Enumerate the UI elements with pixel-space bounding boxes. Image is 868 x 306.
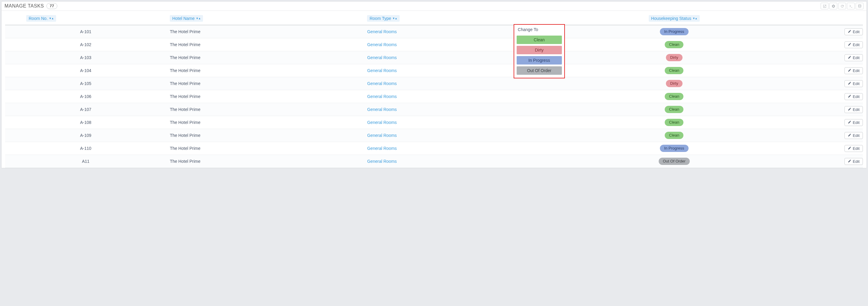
col-header-hotel[interactable]: Hotel Name ▼▲ bbox=[170, 15, 203, 22]
database-icon[interactable] bbox=[856, 3, 864, 9]
edit-button[interactable]: Edit bbox=[844, 119, 863, 126]
change-status-popup: Change To Clean Dirty In Progress Out Of… bbox=[514, 24, 565, 79]
toolbar bbox=[820, 3, 864, 9]
edit-button[interactable]: Edit bbox=[844, 132, 863, 139]
room-type-link[interactable]: General Rooms bbox=[367, 107, 397, 112]
table-row: A-110The Hotel PrimeGeneral RoomsIn Prog… bbox=[5, 142, 863, 155]
hotel-name-cell: The Hotel Prime bbox=[170, 55, 200, 60]
task-count-badge: 77 bbox=[46, 3, 57, 9]
table-row: A-106The Hotel PrimeGeneral RoomsCleanEd… bbox=[5, 90, 863, 103]
refresh-icon[interactable] bbox=[838, 3, 846, 9]
status-badge[interactable]: Clean bbox=[665, 93, 683, 100]
room-type-link[interactable]: General Rooms bbox=[367, 29, 397, 34]
table-row: A-109The Hotel PrimeGeneral RoomsCleanEd… bbox=[5, 129, 863, 142]
edit-button[interactable]: Edit bbox=[844, 145, 863, 152]
table-row: A11The Hotel PrimeGeneral RoomsOut Of Or… bbox=[5, 155, 863, 168]
edit-button[interactable]: Edit bbox=[844, 80, 863, 87]
edit-button[interactable]: Edit bbox=[844, 67, 863, 74]
room-type-link[interactable]: General Rooms bbox=[367, 159, 397, 164]
room-no-cell: A-106 bbox=[80, 94, 91, 99]
status-badge[interactable]: Dirty bbox=[666, 80, 683, 87]
tasks-table: Room No. ▼▲ Hotel Name ▼▲ Room Type bbox=[5, 13, 863, 168]
col-header-room-type[interactable]: Room Type ▼▲ bbox=[367, 15, 399, 22]
hotel-name-cell: The Hotel Prime bbox=[170, 120, 200, 125]
svg-point-1 bbox=[858, 4, 861, 5]
pencil-icon bbox=[848, 68, 851, 73]
edit-label: Edit bbox=[853, 146, 860, 151]
sort-icon: ▼▲ bbox=[196, 17, 200, 20]
edit-button[interactable]: Edit bbox=[844, 158, 863, 165]
status-badge[interactable]: Clean bbox=[665, 41, 683, 48]
edit-label: Edit bbox=[853, 56, 860, 60]
edit-button[interactable]: Edit bbox=[844, 41, 863, 48]
pencil-icon bbox=[848, 159, 851, 164]
terminal-icon[interactable] bbox=[847, 3, 855, 9]
room-type-link[interactable]: General Rooms bbox=[367, 55, 397, 60]
room-type-link[interactable]: General Rooms bbox=[367, 146, 397, 151]
col-header-label: Hotel Name bbox=[172, 16, 194, 21]
status-badge[interactable]: Clean bbox=[665, 67, 683, 74]
edit-label: Edit bbox=[853, 133, 860, 138]
status-badge[interactable]: In Progress bbox=[660, 28, 688, 35]
table-container: Change To Clean Dirty In Progress Out Of… bbox=[1, 11, 867, 168]
popup-option-clean[interactable]: Clean bbox=[517, 36, 562, 44]
col-header-status[interactable]: Housekeeping Status ▼▲ bbox=[649, 15, 700, 22]
popup-option-in-progress[interactable]: In Progress bbox=[517, 56, 562, 64]
status-badge[interactable]: Dirty bbox=[666, 54, 683, 61]
pencil-icon bbox=[848, 42, 851, 47]
room-type-link[interactable]: General Rooms bbox=[367, 120, 397, 125]
edit-button[interactable]: Edit bbox=[844, 54, 863, 61]
share-icon[interactable] bbox=[820, 3, 829, 9]
col-header-room-no[interactable]: Room No. ▼▲ bbox=[26, 15, 56, 22]
settings-icon[interactable] bbox=[829, 3, 837, 9]
hotel-name-cell: The Hotel Prime bbox=[170, 94, 200, 99]
edit-label: Edit bbox=[853, 68, 860, 73]
pencil-icon bbox=[848, 94, 851, 99]
pencil-icon bbox=[848, 146, 851, 151]
edit-button[interactable]: Edit bbox=[844, 28, 863, 35]
table-header-row: Room No. ▼▲ Hotel Name ▼▲ Room Type bbox=[5, 13, 863, 25]
room-type-link[interactable]: General Rooms bbox=[367, 81, 397, 86]
room-no-cell: A-105 bbox=[80, 81, 91, 86]
edit-label: Edit bbox=[853, 30, 860, 34]
room-type-link[interactable]: General Rooms bbox=[367, 133, 397, 138]
edit-label: Edit bbox=[853, 42, 860, 47]
hotel-name-cell: The Hotel Prime bbox=[170, 107, 200, 112]
col-header-label: Housekeeping Status bbox=[651, 16, 691, 21]
pencil-icon bbox=[848, 82, 851, 86]
room-no-cell: A-108 bbox=[80, 120, 91, 125]
popup-title: Change To bbox=[517, 27, 562, 34]
table-row: A-105The Hotel PrimeGeneral RoomsDirtyEd… bbox=[5, 77, 863, 90]
panel-header: MANAGE TASKS 77 bbox=[1, 1, 867, 11]
room-type-link[interactable]: General Rooms bbox=[367, 94, 397, 99]
room-no-cell: A11 bbox=[82, 159, 90, 164]
edit-label: Edit bbox=[853, 82, 860, 86]
room-no-cell: A-103 bbox=[80, 55, 91, 60]
hotel-name-cell: The Hotel Prime bbox=[170, 146, 200, 151]
room-no-cell: A-104 bbox=[80, 68, 91, 73]
hotel-name-cell: The Hotel Prime bbox=[170, 29, 200, 34]
popup-option-out-of-order[interactable]: Out Of Order bbox=[517, 66, 562, 75]
room-type-link[interactable]: General Rooms bbox=[367, 42, 397, 47]
status-badge[interactable]: Clean bbox=[665, 119, 683, 126]
panel-title-wrap: MANAGE TASKS 77 bbox=[4, 3, 57, 9]
hotel-name-cell: The Hotel Prime bbox=[170, 133, 200, 138]
table-row: A-102The Hotel PrimeGeneral RoomsCleanEd… bbox=[5, 38, 863, 51]
status-badge[interactable]: Clean bbox=[665, 106, 683, 113]
sort-icon: ▼▲ bbox=[692, 17, 697, 20]
pencil-icon bbox=[848, 133, 851, 138]
status-badge[interactable]: In Progress bbox=[660, 145, 688, 152]
edit-button[interactable]: Edit bbox=[844, 106, 863, 113]
room-no-cell: A-102 bbox=[80, 42, 91, 47]
room-type-link[interactable]: General Rooms bbox=[367, 68, 397, 73]
status-badge[interactable]: Clean bbox=[665, 132, 683, 139]
room-no-cell: A-101 bbox=[80, 29, 91, 34]
table-row: A-103The Hotel PrimeGeneral RoomsDirtyEd… bbox=[5, 51, 863, 64]
popup-option-dirty[interactable]: Dirty bbox=[517, 46, 562, 54]
col-header-label: Room No. bbox=[29, 16, 48, 21]
edit-label: Edit bbox=[853, 107, 860, 112]
edit-button[interactable]: Edit bbox=[844, 93, 863, 100]
table-row: A-101The Hotel PrimeGeneral RoomsIn Prog… bbox=[5, 25, 863, 38]
pencil-icon bbox=[848, 107, 851, 112]
status-badge[interactable]: Out Of Order bbox=[659, 158, 690, 165]
